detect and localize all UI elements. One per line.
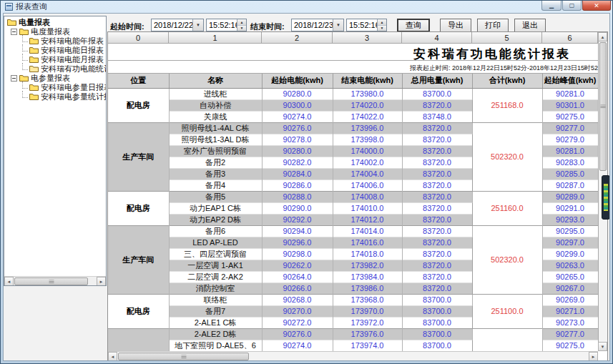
value-cell[interactable]: 173968.0 bbox=[333, 294, 402, 305]
spin-up-icon[interactable]: ▲ bbox=[237, 19, 246, 26]
value-cell[interactable]: 90287.0 bbox=[542, 179, 598, 191]
column-number-cell[interactable]: 2 bbox=[262, 32, 333, 44]
column-header[interactable]: 结束电能(kwh) bbox=[333, 74, 402, 88]
value-cell[interactable]: 90268.0 bbox=[262, 294, 333, 305]
value-cell[interactable]: 90298.0 bbox=[262, 248, 333, 260]
name-cell[interactable]: 二层空调 2-AK2 bbox=[169, 271, 262, 282]
value-cell[interactable]: 83720.0 bbox=[402, 168, 472, 179]
value-cell[interactable]: 173970.0 bbox=[333, 305, 402, 317]
value-cell[interactable]: 90274.0 bbox=[262, 340, 333, 351]
location-cell[interactable]: 生产车间 bbox=[108, 122, 169, 191]
value-cell[interactable]: 90281.0 bbox=[542, 145, 598, 157]
column-number-cell[interactable]: 6 bbox=[542, 32, 598, 44]
location-cell[interactable]: 配电房 bbox=[108, 88, 169, 122]
value-cell[interactable]: 173998.0 bbox=[333, 134, 402, 145]
title-bar[interactable]: 报表查询 bbox=[3, 1, 610, 12]
chevron-down-icon[interactable]: ▼ bbox=[333, 19, 343, 31]
column-number-cell[interactable]: 3 bbox=[333, 32, 402, 44]
value-cell[interactable]: 90280.0 bbox=[262, 145, 333, 157]
value-cell[interactable]: 83720.0 bbox=[402, 225, 472, 237]
value-cell[interactable]: 90300.0 bbox=[262, 99, 333, 111]
value-cell[interactable]: 90265.0 bbox=[542, 271, 598, 282]
value-cell[interactable]: 90275.0 bbox=[542, 111, 598, 122]
value-cell[interactable]: 90269.0 bbox=[542, 294, 598, 305]
collapse-icon[interactable] bbox=[11, 75, 17, 82]
value-cell[interactable]: 174004.0 bbox=[333, 168, 402, 179]
value-cell[interactable]: 90292.0 bbox=[262, 214, 333, 225]
value-cell[interactable]: 174000.0 bbox=[333, 145, 402, 157]
value-cell[interactable]: 173972.0 bbox=[333, 317, 402, 328]
value-cell[interactable]: 90263.0 bbox=[542, 260, 598, 271]
value-cell[interactable]: 83700.0 bbox=[402, 294, 472, 305]
value-cell[interactable]: 83720.0 bbox=[402, 248, 472, 260]
name-cell[interactable]: 备用5 bbox=[169, 191, 262, 202]
value-cell[interactable]: 90276.0 bbox=[262, 122, 333, 134]
export-button[interactable]: 导出 bbox=[440, 19, 471, 32]
value-cell[interactable]: 90301.0 bbox=[542, 99, 598, 111]
value-cell[interactable]: 83720.0 bbox=[402, 282, 472, 294]
value-cell[interactable]: 90290.0 bbox=[262, 202, 333, 214]
value-cell[interactable]: 90285.0 bbox=[542, 168, 598, 179]
tree-scrollbar-thumb[interactable] bbox=[14, 277, 88, 285]
name-cell[interactable]: 照明母线1-3AL D栋 bbox=[169, 134, 262, 145]
value-cell[interactable]: 174008.0 bbox=[333, 191, 402, 202]
value-cell[interactable]: 90276.0 bbox=[262, 328, 333, 340]
scroll-left-icon[interactable]: ◄ bbox=[108, 352, 117, 361]
value-cell[interactable]: 174016.0 bbox=[333, 237, 402, 248]
value-cell[interactable]: 90277.0 bbox=[542, 122, 598, 134]
value-cell[interactable]: 83720.0 bbox=[402, 202, 472, 214]
exit-button[interactable]: 退出 bbox=[514, 19, 546, 32]
name-cell[interactable]: 动力EAP1 C栋 bbox=[169, 202, 262, 214]
total-cell[interactable]: 502320.0 bbox=[472, 225, 542, 294]
tree-horizontal-scrollbar[interactable]: ◄ ► bbox=[4, 276, 106, 285]
value-cell[interactable]: 83700.0 bbox=[402, 328, 472, 340]
value-cell[interactable]: 90284.0 bbox=[262, 168, 333, 179]
value-cell[interactable]: 90274.0 bbox=[262, 111, 333, 122]
value-cell[interactable]: 90267.0 bbox=[542, 282, 598, 294]
value-cell[interactable]: 173980.0 bbox=[333, 88, 402, 99]
end-time-spinner[interactable]: 15:52:16 ▲▼ bbox=[346, 19, 387, 31]
name-cell[interactable]: 备用6 bbox=[169, 225, 262, 237]
value-cell[interactable]: 174020.0 bbox=[333, 99, 402, 111]
value-cell[interactable]: 90295.0 bbox=[542, 225, 598, 237]
value-cell[interactable]: 173986.0 bbox=[333, 282, 402, 294]
name-cell[interactable]: 地下室照明 D-ALE5、6 bbox=[169, 340, 262, 351]
value-cell[interactable]: 83720.0 bbox=[402, 99, 472, 111]
value-cell[interactable]: 83720.0 bbox=[402, 237, 472, 248]
name-cell[interactable]: LED AP-LED bbox=[169, 237, 262, 248]
name-cell[interactable]: 关康线 bbox=[169, 111, 262, 122]
value-cell[interactable]: 173974.0 bbox=[333, 340, 402, 351]
column-header[interactable]: 总用电量(kwh) bbox=[402, 74, 472, 88]
tree-leaf-item[interactable]: 安科瑞电参量统计报表 bbox=[4, 92, 106, 102]
column-header[interactable]: 位置 bbox=[108, 74, 169, 88]
value-cell[interactable]: 83720.0 bbox=[402, 145, 472, 157]
name-cell[interactable]: 消防控制室 bbox=[169, 282, 262, 294]
value-cell[interactable]: 90266.0 bbox=[262, 282, 333, 294]
value-cell[interactable]: 90278.0 bbox=[262, 134, 333, 145]
spin-down-icon[interactable]: ▼ bbox=[237, 26, 246, 31]
name-cell[interactable]: 进线柜 bbox=[169, 88, 262, 99]
value-cell[interactable]: 90264.0 bbox=[262, 271, 333, 282]
spin-down-icon[interactable]: ▼ bbox=[378, 26, 386, 31]
column-number-cell[interactable]: 0 bbox=[108, 32, 169, 44]
value-cell[interactable]: 83700.0 bbox=[402, 88, 472, 99]
value-cell[interactable]: 174012.0 bbox=[333, 214, 402, 225]
value-cell[interactable]: 174014.0 bbox=[333, 225, 402, 237]
value-cell[interactable]: 174002.0 bbox=[333, 157, 402, 168]
value-cell[interactable]: 174022.0 bbox=[333, 111, 402, 122]
column-header[interactable]: 合计(kwh) bbox=[472, 74, 542, 88]
value-cell[interactable]: 90282.0 bbox=[262, 157, 333, 168]
value-cell[interactable]: 90294.0 bbox=[262, 225, 333, 237]
scroll-right-icon[interactable]: ► bbox=[589, 352, 598, 361]
value-cell[interactable]: 174018.0 bbox=[333, 248, 402, 260]
name-cell[interactable]: 2-ALE1 C栋 bbox=[169, 317, 262, 328]
value-cell[interactable]: 90272.0 bbox=[262, 317, 333, 328]
maximize-button[interactable]: ▢ bbox=[562, 1, 582, 11]
total-cell[interactable]: 251160.0 bbox=[472, 191, 542, 225]
total-cell[interactable]: 502320.0 bbox=[472, 122, 542, 191]
name-cell[interactable]: 一层空调 1-AK1 bbox=[169, 260, 262, 271]
name-cell[interactable]: 备用2 bbox=[169, 157, 262, 168]
column-number-cell[interactable]: 1 bbox=[169, 32, 262, 44]
value-cell[interactable]: 90288.0 bbox=[262, 191, 333, 202]
value-cell[interactable]: 90271.0 bbox=[542, 305, 598, 317]
